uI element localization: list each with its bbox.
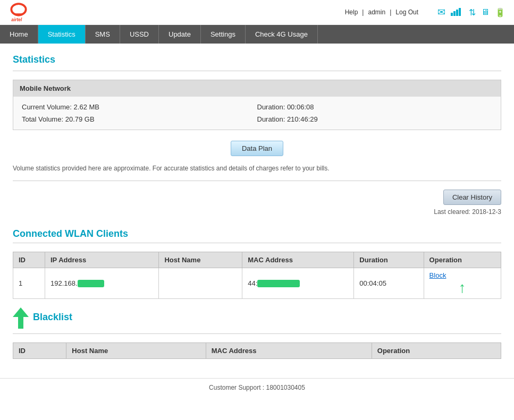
mail-icon: ✉ [437, 6, 445, 18]
nav-check4g[interactable]: Check 4G Usage [246, 25, 318, 44]
duration-total: Duration: 210:46:29 [257, 115, 493, 123]
col-operation: Operation [424, 252, 501, 268]
col-id: ID [13, 252, 45, 268]
total-duration-label: Duration: [257, 115, 285, 123]
nav-ussd[interactable]: USSD [120, 25, 159, 44]
footer: Customer Support : 18001030405 [0, 378, 514, 397]
total-volume: Total Volume: 20.79 GB [22, 115, 257, 123]
nav-settings[interactable]: Settings [201, 25, 246, 44]
bl-col-operation: Operation [372, 343, 501, 359]
last-cleared-label: Last cleared: [434, 208, 470, 216]
airtel-text: airtel [11, 17, 22, 22]
network-box-body: Current Volume: 2.62 MB Duration: 00:06:… [13, 97, 501, 130]
top-links: Help | admin | Log Out [345, 8, 418, 16]
block-arrow-up-icon: ↑ [459, 280, 466, 295]
wlan-row-1: 1 192.168. 44: 00:04:05 Block ↑ [13, 268, 501, 299]
nav-statistics[interactable]: Statistics [38, 25, 86, 44]
top-right-area: Help | admin | Log Out ✉ ⇅ 🖥 🔋 [345, 6, 505, 18]
wlan-table: ID IP Address Host Name MAC Address Dura… [13, 252, 501, 299]
wlan-row-1-hostname [159, 268, 242, 299]
svg-point-0 [11, 4, 26, 15]
blacklist-divider [13, 333, 501, 334]
bl-col-mac: MAC Address [206, 343, 372, 359]
airtel-logo-svg: airtel [9, 2, 29, 22]
wlan-row-1-mac: 44: [242, 268, 354, 299]
top-header: airtel Help | admin | Log Out ✉ ⇅ 🖥 🔋 [0, 0, 514, 25]
monitor-icon: 🖥 [481, 7, 490, 17]
blacklist-header-row-tr: ID Host Name MAC Address Operation [13, 343, 501, 359]
wlan-divider [13, 243, 501, 243]
admin-link[interactable]: admin [368, 8, 385, 16]
wlan-table-head: ID IP Address Host Name MAC Address Dura… [13, 252, 501, 268]
svg-rect-2 [453, 11, 456, 16]
logo: airtel [9, 2, 29, 22]
blacklist-title: Blacklist [33, 312, 72, 323]
status-icons: ✉ ⇅ 🖥 🔋 [437, 6, 505, 18]
blacklist-header-row: Blacklist [13, 307, 501, 330]
total-volume-label: Total Volume: [22, 115, 63, 123]
transfer-icon: ⇅ [469, 7, 476, 18]
current-volume: Current Volume: 2.62 MB [22, 103, 257, 111]
svg-rect-1 [451, 13, 453, 16]
clear-history-button[interactable]: Clear History [443, 190, 501, 205]
blacklist-table: ID Host Name MAC Address Operation [13, 342, 501, 359]
help-link[interactable]: Help [345, 8, 358, 16]
clear-row: Clear History [13, 190, 501, 205]
main-content: Statistics Mobile Network Current Volume… [0, 44, 514, 370]
block-link[interactable]: Block [429, 271, 446, 279]
svg-rect-4 [459, 8, 461, 16]
wlan-row-1-ip: 192.168. [45, 268, 158, 299]
duration-label: Duration: [257, 103, 285, 111]
blacklist-section: Blacklist ID Host Name MAC Address Opera… [13, 307, 501, 359]
logout-link[interactable]: Log Out [395, 8, 418, 16]
last-cleared-value: 2018-12-3 [472, 208, 501, 216]
wlan-header-row: ID IP Address Host Name MAC Address Dura… [13, 252, 501, 268]
duration-value: 00:06:08 [287, 103, 314, 111]
total-volume-value: 20.79 GB [65, 115, 95, 123]
svg-rect-3 [456, 10, 458, 16]
wlan-title: Connected WLAN Clients [13, 228, 501, 239]
total-duration-value: 210:46:29 [287, 115, 318, 123]
approx-note: Volume statistics provided here are appr… [13, 165, 501, 172]
signal-icon [451, 7, 464, 18]
ip-masked [78, 280, 104, 287]
blacklist-arrow-icon [13, 307, 29, 330]
mac-masked [257, 280, 300, 287]
col-ip: IP Address [45, 252, 158, 268]
battery-icon: 🔋 [495, 7, 505, 18]
statistics-title: Statistics [13, 54, 501, 65]
last-cleared: Last cleared: 2018-12-3 [13, 208, 501, 216]
approx-divider [13, 181, 501, 181]
bl-col-hostname: Host Name [66, 343, 206, 359]
nav-sms[interactable]: SMS [86, 25, 120, 44]
network-box: Mobile Network Current Volume: 2.62 MB D… [13, 80, 501, 130]
main-nav: Home Statistics SMS USSD Update Settings… [0, 25, 514, 44]
data-plan-row: Data Plan [13, 141, 501, 156]
network-box-header: Mobile Network [13, 80, 501, 97]
col-duration: Duration [354, 252, 424, 268]
duration-current: Duration: 00:06:08 [257, 103, 493, 111]
wlan-table-body: 1 192.168. 44: 00:04:05 Block ↑ [13, 268, 501, 299]
nav-update[interactable]: Update [159, 25, 201, 44]
nav-home[interactable]: Home [0, 25, 38, 44]
data-plan-button[interactable]: Data Plan [231, 141, 283, 156]
current-volume-label: Current Volume: [22, 103, 72, 111]
footer-text: Customer Support : 18001030405 [209, 384, 305, 391]
wlan-row-1-id: 1 [13, 268, 45, 299]
col-mac: MAC Address [242, 252, 354, 268]
col-hostname: Host Name [159, 252, 242, 268]
bl-col-id: ID [13, 343, 66, 359]
current-volume-value: 2.62 MB [74, 103, 99, 111]
svg-marker-5 [13, 307, 29, 329]
stats-divider [13, 71, 501, 71]
blacklist-table-head: ID Host Name MAC Address Operation [13, 343, 501, 359]
wlan-row-1-op: Block ↑ [424, 268, 501, 299]
wlan-row-1-duration: 00:04:05 [354, 268, 424, 299]
